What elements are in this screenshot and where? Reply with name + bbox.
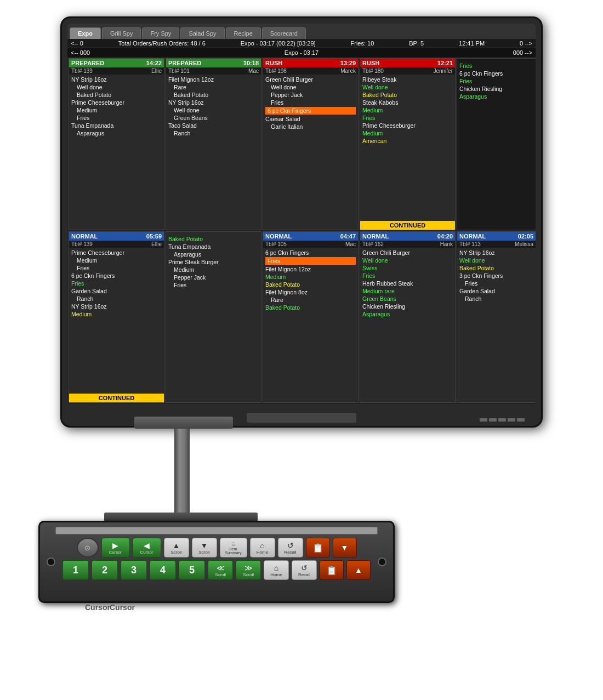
card-body-3: Green Chili Burger Well done Pepper Jack…	[263, 75, 358, 230]
tab-recipe[interactable]: Recipe	[226, 27, 261, 39]
keypad-hole-left	[47, 557, 55, 566]
card-body-2: Filet Mignon 12oz Rare Baked Potato NY S…	[166, 75, 261, 230]
card-subheader-8: Tbl# 105 Mac	[263, 241, 358, 248]
keypad-scroll-right-btn[interactable]: ≫ Scroll	[236, 560, 261, 580]
monitor-btn-5[interactable]	[517, 418, 525, 422]
keypad-cursor-left-btn[interactable]: ◀ Cursor	[133, 538, 161, 557]
monitor-btn-2[interactable]	[489, 418, 497, 422]
keypad-orange-3[interactable]: 📋	[320, 560, 344, 580]
order-card-1[interactable]: PREPARED 14:22 Tbl# 139 Ellie NY Strip 1…	[69, 58, 164, 230]
keypad-scroll-up-btn[interactable]: ▲ Scroll	[164, 538, 189, 557]
stand-bracket-top	[134, 417, 233, 429]
card-subheader-1: Tbl# 139 Ellie	[69, 67, 164, 75]
monitor-bezel: Expo Grill Spy Fry Spy Salad Spy Recipe …	[67, 24, 536, 404]
order-card-4[interactable]: RUSH 12:21 Tbl# 180 Jennifer Ribeye Stea…	[360, 58, 456, 230]
keypad-row-1: ⊙ ▶ Cursor ◀ Cursor ▲ Scroll ▼ Scroll ≡ …	[44, 538, 389, 557]
total-orders: Total Orders/Rush Orders: 48 / 6	[118, 40, 206, 47]
card-header-6: NORMAL 05:59	[69, 232, 164, 241]
stand-pole	[174, 423, 190, 525]
card-header-8: NORMAL 04:47	[263, 232, 358, 241]
card-body-8: 6 pc Ckn Fingers Fries Filet Mignon 12oz…	[263, 248, 358, 403]
tab-grill-spy[interactable]: Grill Spy	[102, 27, 141, 39]
monitor-controls	[480, 418, 525, 422]
card-body-4: Ribeye Steak Well done Baked Potato Stea…	[360, 75, 455, 221]
keypad-row-2: 1 2 3 4 5 ≪ Scroll ≫ Scroll ⌂ Home	[44, 560, 389, 580]
card-body-6: Prime Cheeseburger Medium Fries 6 pc Ckn…	[69, 248, 164, 394]
keypad-cursor-right-btn[interactable]: ▶ Cursor	[101, 538, 130, 557]
nav-left-2: <-- 000	[71, 49, 90, 56]
card-header-9: NORMAL 04:20	[360, 232, 455, 241]
cursor-label-left: Cursor	[85, 603, 110, 612]
nav-right-2: 000 -->	[513, 49, 532, 56]
tab-bar: Expo Grill Spy Fry Spy Salad Spy Recipe …	[67, 24, 536, 39]
keypad-orange-4[interactable]: ▲	[346, 560, 371, 580]
keypad-recall-btn-1[interactable]: ↺ Recall	[278, 538, 303, 557]
card-header-2: PREPARED 10:18	[166, 59, 261, 67]
card-header-4: RUSH 12:21	[360, 59, 455, 67]
card-subheader-4: Tbl# 180 Jennifer	[360, 67, 455, 75]
order-card-3[interactable]: RUSH 13:29 Tbl# 198 Marek Green Chili Bu…	[263, 58, 359, 230]
status-bar-2: <-- 000 Expo - 03:17 000 -->	[67, 48, 536, 57]
card-subheader-10: Tbl# 113 Melissa	[457, 241, 536, 248]
card-subheader-2: Tbl# 101 Mac	[166, 67, 261, 75]
keypad-num-5[interactable]: 5	[179, 560, 205, 580]
order-card-7: Baked Potato Tuna Empanada Asparagus Pri…	[166, 231, 261, 403]
monitor-btn-4[interactable]	[508, 418, 515, 422]
keypad-scroll-left-btn[interactable]: ≪ Scroll	[208, 560, 233, 580]
keypad-num-2[interactable]: 2	[92, 560, 118, 580]
fries-count: Fries: 10	[351, 40, 374, 47]
monitor: Expo Grill Spy Fry Spy Salad Spy Recipe …	[60, 16, 543, 428]
keypad-hole-right	[378, 557, 386, 566]
keypad-num-1[interactable]: 1	[62, 560, 89, 580]
monitor-bottom-bar	[247, 413, 356, 423]
keypad-scroll-down-btn[interactable]: ▼ Scroll	[192, 538, 217, 557]
continued-banner-top: CONTINUED	[360, 221, 455, 230]
keypad-num-4[interactable]: 4	[150, 560, 176, 580]
card-header-1: PREPARED 14:22	[69, 59, 164, 67]
bp-count: BP: 5	[409, 40, 424, 47]
keypad-power-btn[interactable]: ⊙	[77, 538, 99, 557]
card-body-10: NY Strip 16oz Well done Baked Potato 3 p…	[457, 248, 536, 403]
keypad-recall-btn-2[interactable]: ↺ Recall	[292, 560, 317, 580]
main-grid: PREPARED 14:22 Tbl# 139 Ellie NY Strip 1…	[67, 57, 536, 404]
card-subheader-3: Tbl# 198 Marek	[263, 67, 358, 75]
cursor-label-right: Cursor	[110, 603, 135, 612]
screen: Expo Grill Spy Fry Spy Salad Spy Recipe …	[67, 24, 536, 404]
expo-time: Expo - 03:17 (00:22) [03:29]	[241, 40, 316, 47]
order-card-6[interactable]: NORMAL 05:59 Tbl# 139 Ellie Prime Cheese…	[69, 231, 164, 403]
tab-expo[interactable]: Expo	[70, 27, 101, 39]
keypad-orange-2[interactable]: ▼	[333, 538, 357, 557]
tab-fry-spy[interactable]: Fry Spy	[142, 27, 179, 39]
monitor-btn-3[interactable]	[498, 418, 506, 422]
card-subheader-6: Tbl# 139 Ellie	[69, 241, 164, 248]
keypad-num-3[interactable]: 3	[121, 560, 147, 580]
monitor-btn-1[interactable]	[480, 418, 487, 422]
keypad-item-summary-btn[interactable]: ≡ ItemSummary	[220, 538, 247, 557]
order-card-2[interactable]: PREPARED 10:18 Tbl# 101 Mac Filet Mignon…	[166, 58, 261, 230]
card-subheader-9: Tbl# 162 Hank	[360, 241, 455, 248]
tab-scorecard[interactable]: Scorecard	[262, 27, 306, 39]
keypad: ⊙ ▶ Cursor ◀ Cursor ▲ Scroll ▼ Scroll ≡ …	[38, 521, 395, 603]
keypad-orange-1[interactable]: 📋	[306, 538, 330, 557]
status-bar-top: <-- 0 Total Orders/Rush Orders: 48 / 6 E…	[67, 39, 536, 48]
card-header-10: NORMAL 02:05	[457, 232, 536, 241]
keypad-screen-strip	[55, 527, 378, 534]
card-body-5: Fries 6 pc Ckn Fingers Fries Chicken Rie…	[457, 59, 536, 230]
expo-title: Expo - 03:17	[285, 49, 318, 56]
card-body-1: NY Strip 16oz Well done Baked Potato Pri…	[69, 75, 164, 230]
order-card-10[interactable]: NORMAL 02:05 Tbl# 113 Melissa NY Strip 1…	[457, 231, 536, 403]
keypad-home-btn-1[interactable]: ⌂ Home	[250, 538, 275, 557]
card-body-9: Green Chili Burger Well done Swiss Fries…	[360, 248, 455, 403]
nav-left: <-- 0	[71, 40, 83, 47]
order-card-8[interactable]: NORMAL 04:47 Tbl# 105 Mac 6 pc Ckn Finge…	[263, 231, 359, 403]
order-card-5: Fries 6 pc Ckn Fingers Fries Chicken Rie…	[457, 58, 536, 230]
nav-right: 0 -->	[520, 40, 532, 47]
keypad-home-btn-2[interactable]: ⌂ Home	[264, 560, 289, 580]
tab-salad-spy[interactable]: Salad Spy	[180, 27, 224, 39]
order-card-9[interactable]: NORMAL 04:20 Tbl# 162 Hank Green Chili B…	[360, 231, 456, 403]
card-body-7: Baked Potato Tuna Empanada Asparagus Pri…	[166, 232, 261, 403]
continued-banner-bottom: CONTINUED	[69, 394, 164, 402]
card-header-3: RUSH 13:29	[263, 59, 358, 67]
clock: 12:41 PM	[459, 40, 485, 47]
